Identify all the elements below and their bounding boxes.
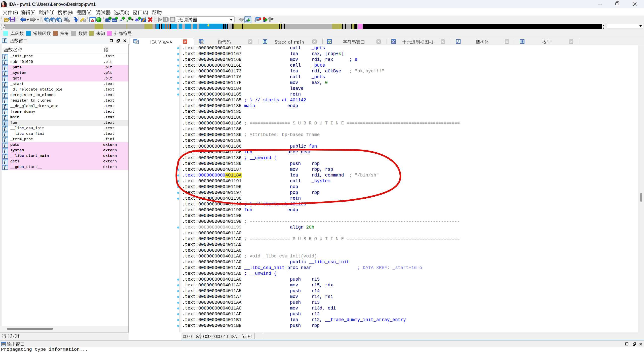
svg-text:C: C [246,18,248,21]
svg-text:C: C [242,19,244,22]
svg-text:A: A [457,40,460,43]
svg-text:‘s’: ‘s’ [328,40,331,44]
